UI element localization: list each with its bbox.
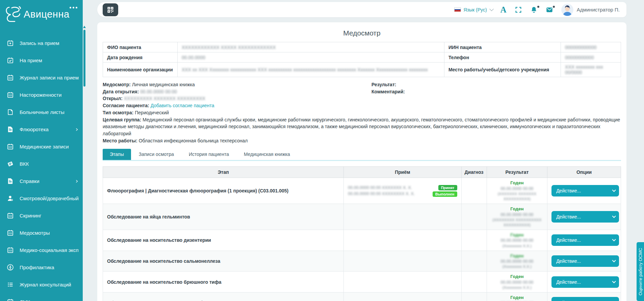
tab-patient-history[interactable]: История пациента xyxy=(182,149,236,160)
user-name: Администратор П. xyxy=(577,7,620,13)
tab-medical-book[interactable]: Медицинская книжка xyxy=(237,149,297,160)
bell-icon xyxy=(530,6,538,14)
result-cell: Годен 00.00.0000 00:00 (Ххххххххх Х.Х.) xyxy=(487,251,547,272)
notifications-button[interactable] xyxy=(530,6,538,14)
table-header-row: Этап Приём Диагноз Результат Опции xyxy=(103,167,621,178)
content-card: Медосмотр ФИО пациента ХХХХХХХХХХХХ ХХХХ… xyxy=(97,22,626,301)
notification-dot xyxy=(537,6,539,8)
sidebar-item-medosmotry[interactable]: Медосмотры xyxy=(0,224,83,241)
action-dropdown[interactable]: Действие... xyxy=(551,276,619,288)
chevron-down-icon xyxy=(612,279,616,283)
brand-name: Авиценна xyxy=(24,9,70,20)
add-consent-link[interactable]: Добавить согласие пациента xyxy=(151,103,214,108)
sidebar: Авиценна Запись на прием На прием Журнал… xyxy=(0,0,83,301)
patient-phone-label: Телефон xyxy=(444,52,561,63)
document-icon xyxy=(7,178,14,185)
tab-bar: Этапы Записи осмотра История пациента Ме… xyxy=(103,149,621,161)
sidebar-item-reception[interactable]: На прием xyxy=(0,52,83,69)
action-dropdown[interactable]: Действие... xyxy=(551,234,619,246)
sidebar-scrollbar[interactable] xyxy=(83,30,85,87)
status-badge: Выполнен xyxy=(433,191,457,197)
tab-stages[interactable]: Этапы xyxy=(103,149,131,160)
user-menu[interactable]: Администратор П. xyxy=(561,4,620,16)
table-row: Обследование на носительство паратифов А… xyxy=(103,293,621,301)
sidebar-item-sick-leaves[interactable]: Больничные листы xyxy=(0,103,83,121)
patient-info-table: ФИО пациента ХХХХХХХХХХХХ ХХХХХ ХХХХХХХХ… xyxy=(103,42,621,77)
col-diagnosis: Диагноз xyxy=(461,167,487,178)
feedback-banner[interactable]: Оцените работу ОСМС xyxy=(637,242,644,301)
workplace-value: ХХХ хххххххх ххх 00/0000 xyxy=(561,63,621,77)
sidebar-menu-dots[interactable] xyxy=(70,7,77,8)
table-row: Обследование на носительство брюшного ти… xyxy=(103,272,621,293)
calendar-icon xyxy=(7,143,14,150)
action-dropdown[interactable]: Действие... xyxy=(551,185,619,196)
patient-phone-value: 00000000000 xyxy=(561,52,621,63)
feedback-banner-label: Оцените работу ОСМС xyxy=(638,248,643,295)
col-stage: Этап xyxy=(103,167,344,178)
chevron-down-icon xyxy=(489,7,494,11)
doctor-icon xyxy=(7,195,14,202)
action-dropdown[interactable]: Действие... xyxy=(551,211,619,223)
table-row: Флюорография | Диагностическая флюорогра… xyxy=(103,178,621,204)
calendar-icon xyxy=(7,298,14,301)
sidebar-item-consultation-journal[interactable]: Журнал консультаций xyxy=(0,276,83,293)
avicenna-logo-icon xyxy=(5,5,24,23)
qr-code-icon xyxy=(106,6,114,14)
table-row: ФИО пациента ХХХХХХХХХХХХ ХХХХХ ХХХХХХХХ… xyxy=(103,42,621,52)
sidebar-item-exam-room[interactable]: Смотровой/доврачебный каб xyxy=(0,190,83,207)
col-options: Опции xyxy=(547,167,621,178)
page-title: Медосмотр xyxy=(103,29,621,37)
calendar-check-icon xyxy=(7,57,14,64)
inspection-type-line: Тип осмотра: Периодический xyxy=(103,109,621,116)
result-label: Результат: xyxy=(371,81,405,88)
comment-label: Комментарий: xyxy=(371,88,405,95)
patient-fio-label: ФИО пациента xyxy=(103,42,178,52)
action-dropdown[interactable]: Действие... xyxy=(551,255,619,267)
language-selector[interactable]: Язык (Рус) xyxy=(454,7,492,13)
opened-by-line: Открыл: ХХХХХХХХХ ХХХХХХХ ХХХХХХХХХ xyxy=(103,95,621,102)
diagnosis-cell xyxy=(461,178,487,204)
table-row: Наименование организации ХХХ хх ХХХ Хххх… xyxy=(103,63,621,77)
org-name-label: Наименование организации xyxy=(103,63,178,77)
result-cell: Годен 00.00.0000 00:00 (ХХХХХХХХ ХХХХХХХ… xyxy=(487,204,547,230)
calendar-icon xyxy=(7,212,14,219)
chevron-right-icon xyxy=(75,128,79,132)
consent-line: Согласие пациента: Добавить согласие пац… xyxy=(103,102,621,109)
sidebar-item-medsoc-expertise[interactable]: Медико-социальная эксперти xyxy=(0,241,83,259)
qr-code-button[interactable] xyxy=(103,3,118,16)
messages-button[interactable] xyxy=(546,6,553,14)
sidebar-item-appointment[interactable]: Запись на прием xyxy=(0,34,83,52)
patient-iin-label: ИИН пациента xyxy=(444,42,561,52)
document-icon xyxy=(7,126,14,133)
message-dot xyxy=(553,6,555,8)
sidebar-item-fluoroteka[interactable]: Флюоротека xyxy=(0,121,83,138)
chevron-down-icon xyxy=(612,237,616,241)
patient-iin-value: 000000000000 xyxy=(561,42,621,52)
sidebar-item-vkk[interactable]: ВКК xyxy=(0,155,83,172)
font-size-button[interactable]: A xyxy=(500,5,507,14)
visit-info: 00.00.0000 00:00 ХХХХХХХ Х. Х. 00.00.000… xyxy=(348,185,415,198)
table-row: Дата рождения 00.00.0000 Телефон 0000000… xyxy=(103,52,621,63)
exam-type-line: Медосмотр: Личная медицинская книжка xyxy=(103,81,621,88)
fullscreen-icon xyxy=(515,6,522,14)
action-dropdown[interactable]: Действие... xyxy=(551,297,619,301)
sidebar-scroll-up-arrow[interactable] xyxy=(83,26,86,28)
russian-flag-icon xyxy=(454,7,461,12)
table-row: Обследование на яйца гельминтов Годен 00… xyxy=(103,204,621,230)
sidebar-item-prophylaxis[interactable]: Профилактика xyxy=(0,259,83,276)
tab-exam-records[interactable]: Записи осмотра xyxy=(132,149,181,160)
sidebar-item-medical-records[interactable]: Медицинские записи xyxy=(0,138,83,155)
sidebar-item-alerts[interactable]: Настороженности xyxy=(0,86,83,103)
sidebar-item-certificates[interactable]: Справки xyxy=(0,172,83,190)
language-label: Язык (Рус) xyxy=(463,7,487,13)
sidebar-item-appointment-journal[interactable]: Журнал записи на прием xyxy=(0,69,83,86)
sidebar-item-lmk[interactable]: ЛМК xyxy=(0,293,83,301)
fullscreen-button[interactable] xyxy=(515,6,522,14)
app-root: Авиценна Запись на прием На прием Журнал… xyxy=(0,0,644,301)
org-name-value: ХХХ хх ХХХ Хххххххх ххххххххххх ХХХ хххх… xyxy=(177,63,444,77)
sidebar-nav: Запись на прием На прием Журнал записи н… xyxy=(0,34,83,301)
avatar xyxy=(561,4,573,16)
result-cell: Годен 00.00.0000 00:00 (Ххххххххх Х.Х.) xyxy=(487,230,547,251)
result-cell: Годен 00.00.0000 00:00 (Ххххххххх Х.Х.) xyxy=(487,272,547,293)
sidebar-item-screening[interactable]: Скрининг xyxy=(0,207,83,224)
